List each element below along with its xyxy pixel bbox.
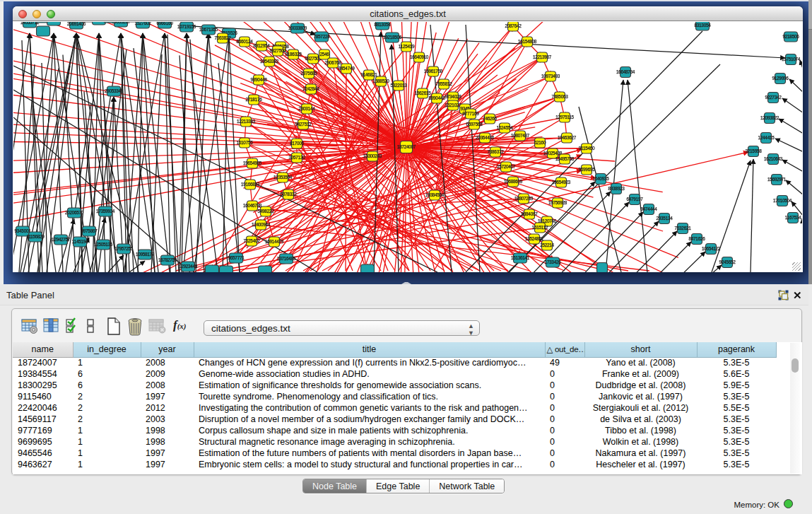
svg-text:19756928: 19756928 — [548, 200, 567, 205]
svg-text:18807249: 18807249 — [514, 196, 534, 201]
svg-text:5878332: 5878332 — [281, 192, 298, 197]
svg-text:9734028: 9734028 — [445, 94, 462, 99]
svg-text:9777169: 9777169 — [463, 111, 480, 116]
svg-text:2875685: 2875685 — [301, 71, 318, 76]
svg-text:12213987: 12213987 — [533, 54, 552, 59]
svg-text:19218506: 19218506 — [383, 35, 402, 40]
svg-text:2935134: 2935134 — [657, 216, 673, 221]
svg-text:12975115: 12975115 — [555, 115, 574, 119]
svg-text:20364436: 20364436 — [476, 135, 495, 140]
svg-text:12213383: 12213383 — [237, 119, 256, 124]
svg-text:1562615: 1562615 — [415, 90, 432, 95]
svg-text:9474444: 9474444 — [641, 206, 658, 211]
svg-text:7663822: 7663822 — [215, 35, 232, 40]
svg-text:20206570: 20206570 — [65, 210, 84, 215]
svg-text:9227342: 9227342 — [765, 95, 782, 100]
svg-text:6966160: 6966160 — [157, 22, 174, 25]
svg-text:10719155: 10719155 — [177, 24, 196, 29]
svg-text:7485063: 7485063 — [552, 94, 569, 99]
svg-text:17957255: 17957255 — [114, 246, 134, 251]
svg-text:9890448: 9890448 — [251, 77, 268, 82]
svg-text:10807487: 10807487 — [511, 133, 530, 138]
svg-text:1588520: 1588520 — [373, 78, 390, 83]
svg-text:9115460: 9115460 — [579, 146, 595, 151]
svg-text:7386372: 7386372 — [488, 149, 505, 154]
svg-text:16961758: 16961758 — [424, 69, 443, 74]
svg-text:9218506: 9218506 — [783, 34, 800, 39]
svg-text:252214: 252214 — [540, 243, 554, 247]
svg-text:9975867: 9975867 — [81, 228, 98, 233]
svg-text:16154808: 16154808 — [518, 39, 537, 44]
svg-text:9427512: 9427512 — [295, 122, 312, 127]
svg-text:1640935: 1640935 — [593, 176, 610, 181]
svg-text:15136141: 15136141 — [511, 255, 530, 260]
svg-text:18724007: 18724007 — [397, 144, 416, 149]
svg-text:8471626: 8471626 — [689, 236, 706, 241]
svg-text:2546: 2546 — [319, 52, 329, 57]
svg-text:9657771: 9657771 — [228, 255, 245, 260]
svg-text:12353594: 12353594 — [273, 175, 293, 180]
svg-text:1167534: 1167534 — [785, 215, 801, 220]
svg-text:13716485: 13716485 — [277, 256, 296, 261]
svg-text:19654923: 19654923 — [552, 180, 571, 185]
svg-text:1244415: 1244415 — [758, 135, 775, 140]
svg-text:10671355: 10671355 — [199, 27, 218, 32]
svg-text:10958177: 10958177 — [136, 252, 155, 257]
svg-text:16914479: 16914479 — [265, 239, 284, 244]
svg-text:1527602: 1527602 — [135, 22, 152, 25]
svg-text:2242848: 2242848 — [303, 86, 320, 91]
svg-text:1145194: 1145194 — [72, 239, 88, 244]
svg-text:17359934: 17359934 — [96, 209, 115, 214]
svg-text:15751074: 15751074 — [782, 57, 801, 62]
svg-text:8660124: 8660124 — [237, 39, 254, 44]
svg-text:1733426: 1733426 — [545, 259, 562, 264]
svg-text:6697568: 6697568 — [466, 122, 483, 127]
svg-text:7955812: 7955812 — [436, 81, 453, 86]
svg-text:20691406: 20691406 — [67, 22, 86, 26]
svg-text:3267130: 3267130 — [289, 155, 306, 160]
svg-text:10688609: 10688609 — [504, 179, 523, 184]
svg-text:8813054: 8813054 — [375, 22, 392, 27]
svg-text:5498222: 5498222 — [258, 209, 275, 214]
svg-text:10654122: 10654122 — [702, 246, 721, 251]
svg-text:15692971: 15692971 — [767, 177, 787, 182]
svg-text:16640910: 16640910 — [410, 54, 429, 59]
svg-text:2803144: 2803144 — [299, 106, 316, 111]
svg-text:8990448: 8990448 — [429, 95, 446, 100]
svg-text:19384554: 19384554 — [425, 192, 445, 197]
svg-text:16210643: 16210643 — [764, 156, 783, 161]
svg-text:1615112: 1615112 — [532, 225, 548, 230]
svg-text:2718176: 2718176 — [246, 97, 263, 102]
svg-text:1125419: 1125419 — [399, 44, 415, 49]
svg-text:8938923: 8938923 — [608, 186, 625, 191]
svg-text:7625402: 7625402 — [244, 238, 261, 243]
svg-text:29053346: 29053346 — [105, 88, 124, 93]
svg-text:9129996: 9129996 — [772, 76, 789, 81]
svg-text:2906768: 2906768 — [325, 60, 342, 65]
svg-text:7857224: 7857224 — [314, 34, 331, 39]
svg-text:17010504: 17010504 — [773, 198, 792, 203]
svg-text:12923448: 12923448 — [179, 264, 198, 269]
svg-text:12093822: 12093822 — [760, 115, 779, 120]
svg-text:13524851: 13524851 — [525, 236, 544, 241]
svg-text:5322013: 5322013 — [391, 83, 408, 88]
svg-text:1621022: 1621022 — [445, 103, 462, 107]
svg-text:2087642: 2087642 — [505, 23, 522, 28]
svg-text:817006: 817006 — [290, 141, 304, 146]
svg-text:9699695: 9699695 — [579, 167, 596, 172]
svg-text:7632621: 7632621 — [675, 226, 692, 230]
svg-text:6479197: 6479197 — [627, 197, 644, 201]
svg-text:10973493: 10973493 — [541, 74, 560, 78]
svg-text:15300243: 15300243 — [363, 153, 382, 158]
svg-text:19166827: 19166827 — [241, 182, 260, 187]
svg-text:12505135: 12505135 — [94, 242, 113, 247]
svg-text:10543382: 10543382 — [260, 59, 279, 64]
svg-text:8186328: 8186328 — [286, 52, 302, 57]
svg-text:1624554: 1624554 — [497, 125, 514, 130]
svg-text:3215958: 3215958 — [746, 148, 763, 153]
svg-text:10033809: 10033809 — [288, 25, 307, 30]
svg-text:9245652: 9245652 — [719, 259, 736, 264]
svg-text:11156829: 11156829 — [26, 234, 45, 239]
svg-text:8313054: 8313054 — [695, 23, 712, 28]
svg-text:746266: 746266 — [483, 116, 497, 121]
